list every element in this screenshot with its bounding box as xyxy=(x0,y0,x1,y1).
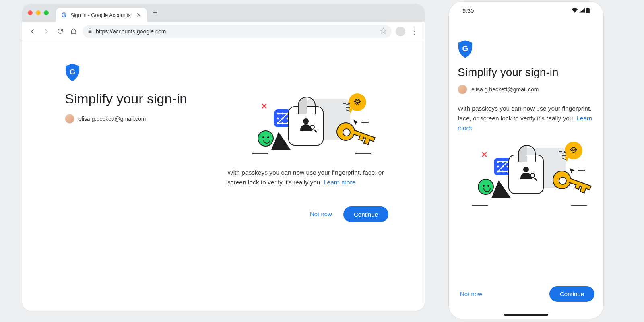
close-tab-icon[interactable]: ✕ xyxy=(136,12,142,18)
cursor-icon xyxy=(353,119,360,128)
address-bar[interactable]: https://accounts.google.com xyxy=(83,25,392,38)
padlock-icon xyxy=(508,155,544,194)
svg-rect-12 xyxy=(587,8,589,8)
description-text: With passkeys you can now use your finge… xyxy=(458,104,594,133)
svg-text:G: G xyxy=(70,68,76,76)
user-avatar-icon xyxy=(65,114,74,124)
padlock-icon xyxy=(288,106,324,146)
passkey-illustration: ✕ xyxy=(250,97,366,158)
browser-tab[interactable]: Sign in - Google Accounts ✕ xyxy=(56,8,147,22)
close-window-icon[interactable] xyxy=(28,10,33,15)
continue-button[interactable]: Continue xyxy=(549,286,594,302)
user-avatar-icon xyxy=(458,85,467,94)
wifi-icon xyxy=(572,8,578,14)
face-id-icon xyxy=(258,130,274,147)
minimize-window-icon[interactable] xyxy=(36,10,41,15)
svg-text:G: G xyxy=(462,44,469,53)
account-email: elisa.g.beckett@gmail.com xyxy=(78,116,146,122)
account-email: elisa.g.beckett@gmail.com xyxy=(471,86,539,93)
tab-strip: Sign in - Google Accounts ✕ + xyxy=(22,4,425,22)
not-now-button[interactable]: Not now xyxy=(308,206,334,222)
svg-rect-11 xyxy=(586,8,590,13)
google-shield-icon: G xyxy=(458,40,473,58)
status-time: 9:30 xyxy=(462,8,474,14)
gesture-nav-bar[interactable] xyxy=(504,314,548,316)
learn-more-link[interactable]: Learn more xyxy=(324,179,355,186)
page-headline: Simplify your sign-in xyxy=(458,66,594,79)
not-now-button[interactable]: Not now xyxy=(458,287,485,301)
svg-point-5 xyxy=(277,118,279,120)
page-content: G Simplify your sign-in elisa.g.beckett@… xyxy=(22,41,425,311)
forward-button[interactable] xyxy=(41,27,51,36)
browser-window: Sign in - Google Accounts ✕ + ht xyxy=(22,4,425,311)
battery-icon xyxy=(586,8,590,14)
google-favicon-icon xyxy=(61,12,67,18)
face-id-icon xyxy=(478,179,494,195)
svg-point-17 xyxy=(497,166,499,168)
description-text: With passkeys you can now use your finge… xyxy=(227,168,388,187)
action-row: Not now Continue xyxy=(458,286,594,302)
tab-title: Sign in - Google Accounts xyxy=(70,12,132,18)
profile-avatar-icon[interactable] xyxy=(396,27,405,36)
home-button[interactable] xyxy=(69,27,78,36)
cellular-icon xyxy=(579,8,585,14)
account-chip[interactable]: elisa.g.beckett@gmail.com xyxy=(458,85,594,94)
bookmark-star-icon[interactable] xyxy=(380,27,387,35)
x-mark-icon: ✕ xyxy=(481,150,488,159)
lock-icon xyxy=(87,28,93,35)
right-column: ✕ xyxy=(227,97,396,222)
action-row: Not now Continue xyxy=(227,206,396,222)
fingerprint-icon xyxy=(565,142,582,159)
google-shield-icon: G xyxy=(65,64,80,81)
fingerprint-icon xyxy=(349,93,366,111)
continue-button[interactable]: Continue xyxy=(343,206,388,222)
cursor-icon xyxy=(569,167,576,176)
browser-toolbar: https://accounts.google.com ⋮ xyxy=(22,22,425,41)
reload-button[interactable] xyxy=(55,27,65,36)
new-tab-button[interactable]: + xyxy=(150,8,160,18)
status-bar: 9:30 xyxy=(458,2,594,20)
back-button[interactable] xyxy=(28,27,37,36)
window-controls xyxy=(28,10,49,15)
passkey-illustration: ✕ xyxy=(470,146,582,210)
x-mark-icon: ✕ xyxy=(261,101,268,111)
phone-frame: 9:30 G Simplify your sign-in elisa.g.bec… xyxy=(449,2,603,319)
url-text: https://accounts.google.com xyxy=(96,28,377,35)
browser-menu-icon[interactable]: ⋮ xyxy=(409,27,419,36)
maximize-window-icon[interactable] xyxy=(44,10,49,15)
